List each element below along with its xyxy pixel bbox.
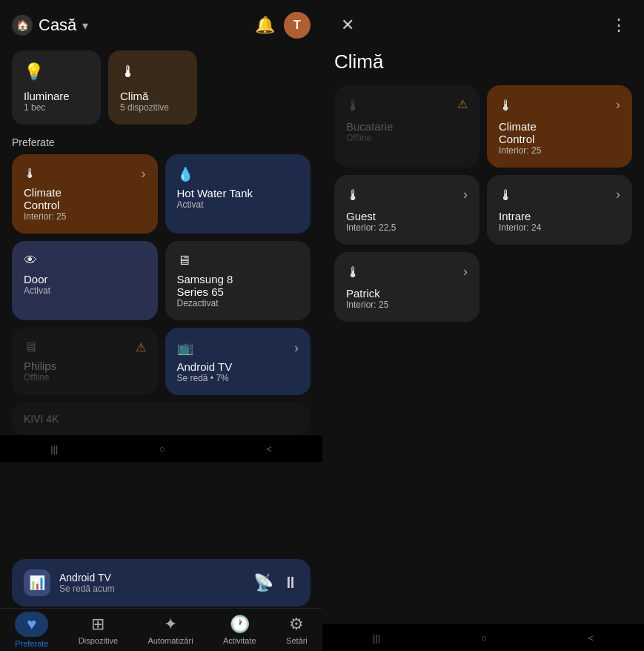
fav-water-title: Hot Water Tank <box>177 187 299 199</box>
chevron-control-icon: › <box>616 97 620 113</box>
climate-bucatarie-sub: Offline <box>346 133 468 143</box>
sys-back-right[interactable]: < <box>588 632 594 644</box>
history-icon: 🕐 <box>230 615 250 634</box>
close-button[interactable]: ✕ <box>334 12 361 39</box>
right-panel: ✕ ⋮ Climă 🌡 ⚠ Bucatarie Offline 🌡 › Clim… <box>322 0 644 651</box>
chevron-right-icon: › <box>142 166 146 182</box>
climate-intrare-sub: Interior: 24 <box>499 222 620 233</box>
sys-recents-left[interactable]: ||| <box>50 443 58 455</box>
nav-dispozitive-label: Dispozitive <box>79 636 118 645</box>
bars-icon: 📊 <box>29 575 45 591</box>
media-thumb: 📊 <box>24 569 50 596</box>
chevron-right-icon2: › <box>294 340 299 356</box>
fav-androidtv-sub: Se redă • 7% <box>177 373 299 383</box>
nav-dispozitive[interactable]: ⊞ Dispozitive <box>73 612 124 648</box>
bottom-nav: ♥ Preferate ⊞ Dispozitive ✦ Automatizări… <box>0 608 322 651</box>
fav-samsung[interactable]: 🖥 Samsung 8Series 65 Dezactivat <box>165 241 311 320</box>
therm-intrare-icon: 🌡 <box>499 187 514 204</box>
nav-preferate[interactable]: ♥ Preferate <box>9 609 54 651</box>
fav-kivi-title: KIVI 4K <box>24 413 299 425</box>
fav-android-tv[interactable]: 📺 › Android TV Se redă • 7% <box>165 328 311 395</box>
climate-guest-sub: Interior: 22,5 <box>346 222 468 233</box>
media-sub: Se redă acum <box>59 584 245 594</box>
chevron-patrick-icon: › <box>463 264 468 280</box>
door-icon: 👁 <box>24 253 37 268</box>
pause-button[interactable]: ⏸ <box>282 573 299 592</box>
sys-back-left[interactable]: < <box>266 443 272 455</box>
heart-icon: ♥ <box>27 615 36 633</box>
home-icon: 🏠 <box>12 15 33 36</box>
climate-intrare-title: Intrare <box>499 210 620 222</box>
category-clima[interactable]: 🌡 Climă 5 dispozitive <box>108 50 197 125</box>
nav-automatizari-label: Automatizări <box>147 636 193 645</box>
sparkle-icon: ✦ <box>164 615 177 634</box>
climate-bucatarie[interactable]: 🌡 ⚠ Bucatarie Offline <box>334 85 479 168</box>
fav-philips[interactable]: 🖥 ⚠ Philips Offline <box>12 328 158 395</box>
fav-philips-title: Philips <box>24 360 146 372</box>
androidtv-icon: 📺 <box>177 340 193 356</box>
right-header: ✕ ⋮ <box>322 0 644 44</box>
sys-recents-right[interactable]: ||| <box>373 632 380 644</box>
tv-samsung-icon: 🖥 <box>177 253 190 268</box>
climate-intrare[interactable]: 🌡 › Intrare Interior: 24 <box>487 175 632 245</box>
fav-door-sub: Activat <box>24 285 146 296</box>
fav-climate-sub: Interior: 25 <box>24 211 146 222</box>
climate-guest[interactable]: 🌡 › Guest Interior: 22,5 <box>334 175 479 245</box>
fav-philips-sub: Offline <box>24 372 146 383</box>
home-title: Casă <box>39 16 76 35</box>
therm-guest-icon: 🌡 <box>346 187 361 204</box>
gear-icon: ⚙ <box>289 615 304 634</box>
fav-androidtv-title: Android TV <box>177 360 299 373</box>
nav-setari[interactable]: ⚙ Setări <box>280 612 313 648</box>
section-title: Preferate <box>0 133 322 154</box>
climate-patrick[interactable]: 🌡 › Patrick Interior: 25 <box>334 252 479 322</box>
avatar[interactable]: T <box>284 12 311 39</box>
climate-control-sub: Interior: 25 <box>499 145 620 156</box>
climate-devices-grid: 🌡 ⚠ Bucatarie Offline 🌡 › ClimateControl… <box>322 85 644 322</box>
fav-door-title: Door <box>24 273 146 285</box>
fav-climate-control[interactable]: 🌡 › ClimateControl Interior: 25 <box>12 154 158 234</box>
media-bar[interactable]: 📊 Android TV Se redă acum 📡 ⏸ <box>12 559 311 607</box>
thermometer-icon: 🌡 <box>120 62 185 82</box>
climate-guest-title: Guest <box>346 210 468 222</box>
chevron-guest-icon: › <box>463 187 468 202</box>
chevron-intrare-icon: › <box>616 187 620 202</box>
sys-home-left[interactable]: ○ <box>159 443 165 455</box>
category-iluminare[interactable]: 💡 Iluminare 1 bec <box>12 50 101 125</box>
sys-home-right[interactable]: ○ <box>481 632 487 644</box>
left-panel: 🏠 Casă ▾ 🔔 T 💡 Iluminare 1 bec 🌡 Climă 5… <box>0 0 322 651</box>
cat-clima-name: Climă <box>120 90 185 102</box>
nav-automatizari[interactable]: ✦ Automatizări <box>142 612 199 648</box>
nav-activitate[interactable]: 🕐 Activitate <box>217 612 262 648</box>
categories-row: 💡 Iluminare 1 bec 🌡 Climă 5 dispozitive <box>0 44 322 133</box>
fav-samsung-title: Samsung 8Series 65 <box>177 273 299 298</box>
media-controls: 📡 ⏸ <box>253 573 299 592</box>
chevron-down-icon[interactable]: ▾ <box>82 19 88 33</box>
therm-control-icon: 🌡 <box>499 97 514 114</box>
fav-kivi[interactable]: KIVI 4K <box>12 403 311 435</box>
tv-philips-icon: 🖥 <box>24 340 37 355</box>
app-header: 🏠 Casă ▾ 🔔 T <box>0 0 322 44</box>
media-info: Android TV Se redă acum <box>59 572 245 594</box>
fav-water-sub: Activat <box>177 199 299 210</box>
cast-button[interactable]: 📡 <box>253 573 273 592</box>
thermometer-fav-icon: 🌡 <box>24 166 37 182</box>
climate-control-card[interactable]: 🌡 › ClimateControl Interior: 25 <box>487 85 632 168</box>
nav-preferate-label: Preferate <box>15 639 48 648</box>
fav-samsung-sub: Dezactivat <box>177 298 299 308</box>
water-icon: 💧 <box>177 166 193 182</box>
climate-bucatarie-title: Bucatarie <box>346 120 468 133</box>
cat-iluminare-name: Iluminare <box>24 90 89 102</box>
climate-patrick-sub: Interior: 25 <box>346 300 468 310</box>
media-title: Android TV <box>59 572 245 584</box>
bell-icon[interactable]: 🔔 <box>251 12 278 39</box>
fav-door[interactable]: 👁 Door Activat <box>12 241 158 320</box>
fav-hot-water[interactable]: 💧 Hot Water Tank Activat <box>165 154 311 234</box>
cat-clima-sub: 5 dispozitive <box>120 102 185 113</box>
bulb-icon: 💡 <box>24 62 89 82</box>
favorites-grid: 🌡 › ClimateControl Interior: 25 💧 Hot Wa… <box>0 154 322 395</box>
warning-icon: ⚠ <box>136 340 146 354</box>
more-options-button[interactable]: ⋮ <box>605 12 632 39</box>
nav-setari-label: Setări <box>286 636 308 645</box>
therm-bucatarie-icon: 🌡 <box>346 97 361 114</box>
